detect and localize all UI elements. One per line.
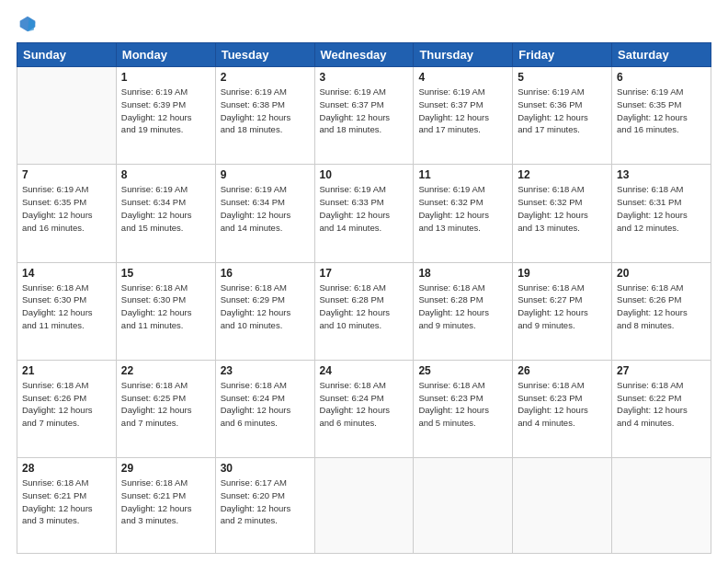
week-row-1: 1Sunrise: 6:19 AM Sunset: 6:39 PM Daylig… [17,67,711,165]
day-info: Sunrise: 6:18 AM Sunset: 6:30 PM Dayligh… [121,282,210,332]
day-info: Sunrise: 6:18 AM Sunset: 6:25 PM Dayligh… [121,379,210,430]
calendar-cell: 2Sunrise: 6:19 AM Sunset: 6:38 PM Daylig… [215,67,314,165]
calendar-cell: 4Sunrise: 6:19 AM Sunset: 6:37 PM Daylig… [414,67,513,165]
calendar-cell: 18Sunrise: 6:18 AM Sunset: 6:28 PM Dayli… [414,262,513,360]
day-info: Sunrise: 6:18 AM Sunset: 6:21 PM Dayligh… [121,477,210,527]
day-number: 17 [320,267,409,280]
calendar-cell: 5Sunrise: 6:19 AM Sunset: 6:36 PM Daylig… [513,67,612,165]
calendar-cell: 22Sunrise: 6:18 AM Sunset: 6:25 PM Dayli… [116,360,215,457]
day-number: 30 [221,462,310,475]
day-number: 10 [320,168,409,181]
day-number: 3 [320,71,409,84]
week-row-2: 7Sunrise: 6:19 AM Sunset: 6:35 PM Daylig… [17,165,711,262]
calendar-cell: 30Sunrise: 6:17 AM Sunset: 6:20 PM Dayli… [215,458,314,554]
day-header-monday: Monday [116,43,215,67]
calendar-cell [314,458,414,554]
day-info: Sunrise: 6:19 AM Sunset: 6:37 PM Dayligh… [320,86,409,136]
calendar-cell: 16Sunrise: 6:18 AM Sunset: 6:29 PM Dayli… [215,262,314,360]
calendar-cell: 11Sunrise: 6:19 AM Sunset: 6:32 PM Dayli… [414,165,513,262]
day-number: 14 [22,267,111,280]
logo [17,17,37,33]
calendar-cell [414,458,513,554]
day-info: Sunrise: 6:18 AM Sunset: 6:26 PM Dayligh… [22,379,111,430]
day-number: 25 [418,364,507,377]
day-info: Sunrise: 6:19 AM Sunset: 6:32 PM Dayligh… [418,183,507,234]
calendar-cell: 7Sunrise: 6:19 AM Sunset: 6:35 PM Daylig… [17,165,117,262]
calendar-cell: 9Sunrise: 6:19 AM Sunset: 6:34 PM Daylig… [215,165,314,262]
calendar-cell: 23Sunrise: 6:18 AM Sunset: 6:24 PM Dayli… [215,360,314,457]
day-number: 12 [518,168,607,181]
calendar-cell: 21Sunrise: 6:18 AM Sunset: 6:26 PM Dayli… [17,360,117,457]
calendar-cell: 10Sunrise: 6:19 AM Sunset: 6:33 PM Dayli… [314,165,414,262]
day-info: Sunrise: 6:18 AM Sunset: 6:22 PM Dayligh… [617,379,706,430]
logo-icon [18,15,37,33]
calendar-cell: 24Sunrise: 6:18 AM Sunset: 6:24 PM Dayli… [314,360,414,457]
calendar-cell: 26Sunrise: 6:18 AM Sunset: 6:23 PM Dayli… [513,360,612,457]
calendar-cell: 12Sunrise: 6:18 AM Sunset: 6:32 PM Dayli… [513,165,612,262]
day-number: 6 [617,71,706,84]
day-info: Sunrise: 6:19 AM Sunset: 6:36 PM Dayligh… [518,86,607,136]
day-info: Sunrise: 6:18 AM Sunset: 6:24 PM Dayligh… [221,379,310,430]
day-number: 13 [617,168,706,181]
day-info: Sunrise: 6:18 AM Sunset: 6:21 PM Dayligh… [22,477,111,527]
day-number: 28 [22,462,111,475]
day-number: 26 [518,364,607,377]
day-info: Sunrise: 6:19 AM Sunset: 6:38 PM Dayligh… [221,86,310,136]
calendar-cell [513,458,612,554]
week-row-3: 14Sunrise: 6:18 AM Sunset: 6:30 PM Dayli… [17,262,711,360]
calendar-table: SundayMondayTuesdayWednesdayThursdayFrid… [17,42,711,554]
day-info: Sunrise: 6:19 AM Sunset: 6:34 PM Dayligh… [221,183,310,234]
day-number: 21 [22,364,111,377]
calendar-cell: 28Sunrise: 6:18 AM Sunset: 6:21 PM Dayli… [17,458,117,554]
calendar-cell: 14Sunrise: 6:18 AM Sunset: 6:30 PM Dayli… [17,262,117,360]
day-number: 27 [617,364,706,377]
calendar-cell: 20Sunrise: 6:18 AM Sunset: 6:26 PM Dayli… [612,262,711,360]
day-info: Sunrise: 6:18 AM Sunset: 6:23 PM Dayligh… [418,379,507,430]
day-info: Sunrise: 6:19 AM Sunset: 6:37 PM Dayligh… [418,86,507,136]
day-header-tuesday: Tuesday [215,43,314,67]
calendar-cell: 17Sunrise: 6:18 AM Sunset: 6:28 PM Dayli… [314,262,414,360]
day-info: Sunrise: 6:18 AM Sunset: 6:28 PM Dayligh… [418,282,507,332]
day-number: 2 [221,71,310,84]
day-number: 24 [320,364,409,377]
calendar-cell: 13Sunrise: 6:18 AM Sunset: 6:31 PM Dayli… [612,165,711,262]
day-info: Sunrise: 6:19 AM Sunset: 6:35 PM Dayligh… [617,86,706,136]
calendar-cell [612,458,711,554]
calendar-header-row: SundayMondayTuesdayWednesdayThursdayFrid… [17,43,711,67]
week-row-5: 28Sunrise: 6:18 AM Sunset: 6:21 PM Dayli… [17,458,711,554]
day-header-friday: Friday [513,43,612,67]
day-header-sunday: Sunday [17,43,117,67]
day-header-saturday: Saturday [612,43,711,67]
page: SundayMondayTuesdayWednesdayThursdayFrid… [0,0,728,563]
calendar-cell: 8Sunrise: 6:19 AM Sunset: 6:34 PM Daylig… [116,165,215,262]
header [17,17,711,33]
calendar-cell: 6Sunrise: 6:19 AM Sunset: 6:35 PM Daylig… [612,67,711,165]
day-info: Sunrise: 6:18 AM Sunset: 6:23 PM Dayligh… [518,379,607,430]
calendar-cell [17,67,117,165]
calendar-cell: 1Sunrise: 6:19 AM Sunset: 6:39 PM Daylig… [116,67,215,165]
day-number: 9 [221,168,310,181]
week-row-4: 21Sunrise: 6:18 AM Sunset: 6:26 PM Dayli… [17,360,711,457]
day-info: Sunrise: 6:18 AM Sunset: 6:30 PM Dayligh… [22,282,111,332]
day-number: 7 [22,168,111,181]
calendar-cell: 27Sunrise: 6:18 AM Sunset: 6:22 PM Dayli… [612,360,711,457]
day-info: Sunrise: 6:19 AM Sunset: 6:35 PM Dayligh… [22,183,111,234]
day-number: 5 [518,71,607,84]
day-number: 23 [221,364,310,377]
day-number: 22 [121,364,210,377]
day-info: Sunrise: 6:18 AM Sunset: 6:29 PM Dayligh… [221,282,310,332]
day-info: Sunrise: 6:19 AM Sunset: 6:39 PM Dayligh… [121,86,210,136]
calendar-cell: 15Sunrise: 6:18 AM Sunset: 6:30 PM Dayli… [116,262,215,360]
day-number: 1 [121,71,210,84]
calendar-cell: 3Sunrise: 6:19 AM Sunset: 6:37 PM Daylig… [314,67,414,165]
calendar-cell: 29Sunrise: 6:18 AM Sunset: 6:21 PM Dayli… [116,458,215,554]
day-info: Sunrise: 6:19 AM Sunset: 6:33 PM Dayligh… [320,183,409,234]
day-header-wednesday: Wednesday [314,43,414,67]
day-number: 4 [418,71,507,84]
day-number: 20 [617,267,706,280]
day-number: 29 [121,462,210,475]
day-number: 19 [518,267,607,280]
day-info: Sunrise: 6:18 AM Sunset: 6:26 PM Dayligh… [617,282,706,332]
day-header-thursday: Thursday [414,43,513,67]
day-number: 18 [418,267,507,280]
